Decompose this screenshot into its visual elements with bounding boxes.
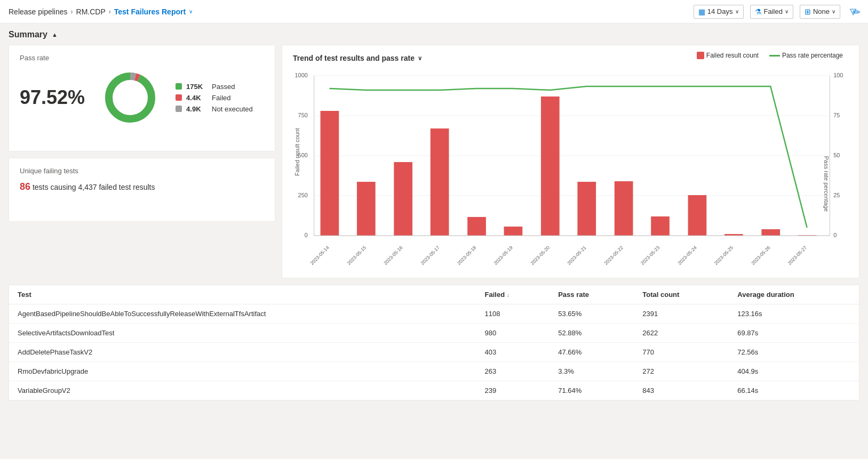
bar-2	[394, 162, 412, 236]
passed-dot	[176, 83, 182, 90]
svg-text:250: 250	[298, 192, 308, 198]
svg-text:2023-05-17: 2023-05-17	[420, 245, 441, 266]
breadcrumb-sep1: ›	[71, 8, 73, 15]
legend-failed: 4.4K Failed	[176, 94, 253, 102]
cell-test: AddDeletePhaseTaskV2	[9, 343, 476, 362]
table-section: Test Failed ↓ Pass rate Total count Aver…	[9, 285, 859, 401]
svg-text:2023-05-19: 2023-05-19	[493, 245, 514, 266]
svg-text:75: 75	[833, 112, 840, 118]
summary-title: Summary	[9, 30, 47, 39]
cell-failed: 263	[476, 362, 550, 381]
unique-count: 86	[20, 181, 30, 192]
bar-5	[504, 227, 523, 236]
pass-rate-line-icon	[769, 55, 780, 57]
cell-pass-rate: 53.65%	[550, 304, 634, 324]
cell-failed: 403	[476, 343, 550, 362]
status-chevron-icon: ∨	[785, 9, 789, 14]
legend-passed: 175K Passed	[176, 83, 253, 91]
pass-rate-content: 97.52%	[20, 68, 264, 127]
table-header-row: Test Failed ↓ Pass rate Total count Aver…	[9, 285, 859, 304]
breadcrumb-part2[interactable]: RM.CDP	[76, 7, 106, 16]
svg-text:Failed result count: Failed result count	[294, 128, 300, 176]
cell-test: VariableGroupV2	[9, 381, 476, 400]
col-total-count[interactable]: Total count	[634, 285, 729, 304]
calendar-icon: ▦	[698, 7, 705, 16]
svg-text:2023-05-14: 2023-05-14	[309, 245, 330, 266]
cell-test: AgentBasedPipelineShouldBeAbleToSuccessf…	[9, 304, 476, 324]
breadcrumb-part1[interactable]: Release pipelines	[9, 7, 68, 16]
days-label: 14 Days	[707, 7, 733, 15]
unique-failing-text: 86 tests causing 4,437 failed test resul…	[20, 181, 264, 192]
bar-10	[688, 195, 707, 236]
status-filter-button[interactable]: ⚗ Failed ∨	[750, 5, 793, 19]
trend-card: Trend of test results and pass rate ∨ Fa…	[282, 45, 859, 278]
cell-avg-duration: 404.9s	[729, 362, 859, 381]
chart-legend: 175K Passed 4.4K Failed 4.9K Not execute…	[176, 83, 253, 113]
not-executed-count: 4.9K	[186, 105, 208, 113]
days-filter-button[interactable]: ▦ 14 Days ∨	[694, 5, 744, 19]
table-body: AgentBasedPipelineShouldBeAbleToSuccessf…	[9, 304, 859, 400]
summary-header[interactable]: Summary ▲	[9, 30, 859, 39]
failed-label: Failed	[212, 94, 230, 102]
bar-1	[357, 182, 376, 236]
svg-text:2023-05-24: 2023-05-24	[677, 245, 698, 266]
group-label: None	[813, 7, 830, 15]
svg-text:750: 750	[298, 112, 308, 118]
summary-chevron-icon: ▲	[52, 31, 58, 38]
summary-section: Summary ▲ Pass rate 97.52%	[0, 23, 868, 278]
legend-pass-rate-line: Pass rate percentage	[769, 52, 843, 59]
cell-avg-duration: 66.14s	[729, 381, 859, 400]
svg-text:2023-05-21: 2023-05-21	[566, 245, 587, 266]
svg-text:2023-05-22: 2023-05-22	[603, 245, 624, 266]
svg-text:2023-05-23: 2023-05-23	[640, 245, 660, 266]
legend-pass-rate-label: Pass rate percentage	[782, 52, 843, 59]
failed-bar-icon	[697, 52, 704, 59]
svg-text:2023-05-25: 2023-05-25	[713, 245, 734, 266]
toolbar-right: ▦ 14 Days ∨ ⚗ Failed ∨ ⊞ None ∨ ▽ ✏	[694, 5, 859, 19]
unique-description: tests causing 4,437 failed test results	[30, 183, 155, 191]
breadcrumb-sep2: ›	[109, 8, 111, 15]
svg-text:2023-05-18: 2023-05-18	[456, 245, 477, 266]
cell-total-count: 272	[634, 362, 729, 381]
group-filter-button[interactable]: ⊞ None ∨	[800, 5, 840, 19]
svg-text:2023-05-20: 2023-05-20	[530, 245, 551, 266]
cell-total-count: 770	[634, 343, 729, 362]
passed-label: Passed	[212, 83, 235, 91]
pencil-icon: ✏	[853, 7, 861, 18]
breadcrumb: Release pipelines › RM.CDP › Test Failur…	[9, 7, 193, 16]
edit-icon-button[interactable]: ✏	[849, 5, 864, 19]
bar-6	[541, 96, 560, 236]
breadcrumb-chevron-icon[interactable]: ∨	[189, 9, 193, 14]
table-row[interactable]: SelectiveArtifactsDownloadTest 980 52.88…	[9, 324, 859, 343]
cell-avg-duration: 72.56s	[729, 343, 859, 362]
svg-text:2023-05-15: 2023-05-15	[346, 245, 367, 266]
cell-test: RmoDevfabricUpgrade	[9, 362, 476, 381]
donut-chart	[101, 68, 160, 127]
col-pass-rate[interactable]: Pass rate	[550, 285, 634, 304]
group-chevron-icon: ∨	[832, 9, 835, 14]
table-row[interactable]: VariableGroupV2 239 71.64% 843 66.14s	[9, 381, 859, 400]
col-failed[interactable]: Failed ↓	[476, 285, 550, 304]
table-row[interactable]: AgentBasedPipelineShouldBeAbleToSuccessf…	[9, 304, 859, 324]
svg-text:2023-05-16: 2023-05-16	[383, 245, 403, 266]
group-icon: ⊞	[805, 7, 811, 16]
col-avg-duration[interactable]: Average duration	[729, 285, 859, 304]
table-row[interactable]: RmoDevfabricUpgrade 263 3.3% 272 404.9s	[9, 362, 859, 381]
bar-4	[467, 217, 486, 236]
cell-total-count: 843	[634, 381, 729, 400]
svg-text:0: 0	[305, 232, 308, 238]
failed-count: 4.4K	[186, 94, 208, 102]
cell-avg-duration: 123.16s	[729, 304, 859, 324]
svg-text:2023-05-26: 2023-05-26	[750, 245, 771, 266]
table-row[interactable]: AddDeletePhaseTaskV2 403 47.66% 770 72.5…	[9, 343, 859, 362]
legend-not-executed: 4.9K Not executed	[176, 105, 253, 113]
chart-area: 1000 750 500 250 0 Failed result count 1…	[293, 67, 848, 269]
breadcrumb-part3[interactable]: Test Failures Report	[114, 7, 186, 16]
cell-total-count: 2391	[634, 304, 729, 324]
col-test[interactable]: Test	[9, 285, 476, 304]
top-bar: Release pipelines › RM.CDP › Test Failur…	[0, 0, 868, 23]
passed-count: 175K	[186, 83, 208, 91]
cards-row: Pass rate 97.52%	[9, 45, 859, 278]
left-column: Pass rate 97.52%	[9, 45, 275, 222]
cell-pass-rate: 3.3%	[550, 362, 634, 381]
